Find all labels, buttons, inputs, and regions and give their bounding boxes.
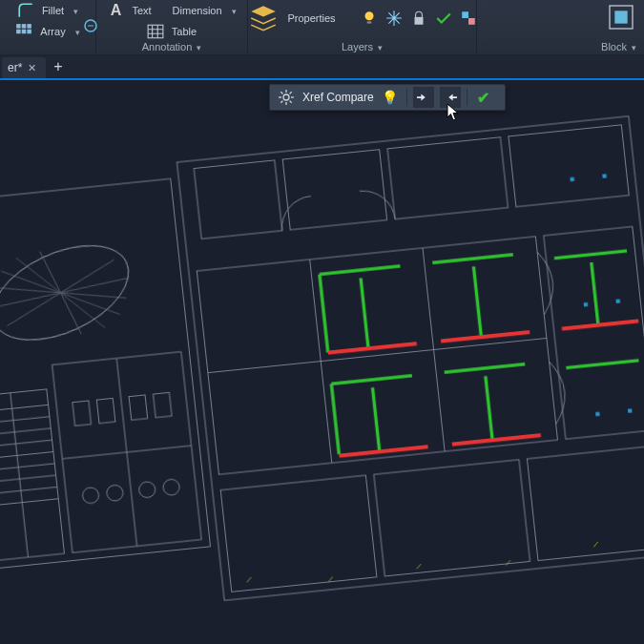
svg-rect-7: [148, 25, 163, 38]
svg-line-58: [319, 274, 327, 352]
fillet-button[interactable]: Fillet: [42, 5, 64, 16]
new-tab-button[interactable]: +: [46, 58, 70, 75]
panel-block: Block: [477, 0, 644, 54]
svg-line-19: [1, 260, 120, 325]
svg-rect-85: [595, 411, 600, 416]
previous-diff-button[interactable]: [413, 87, 434, 108]
layer-freeze-icon[interactable]: [385, 10, 403, 27]
svg-rect-53: [129, 394, 148, 419]
svg-rect-3: [16, 30, 21, 34]
layer-properties-button[interactable]: Properties: [287, 12, 335, 24]
svg-rect-11: [468, 18, 475, 25]
svg-point-49: [137, 481, 156, 498]
svg-rect-25: [282, 149, 386, 229]
svg-line-34: [0, 405, 48, 412]
layer-off-icon[interactable]: [361, 10, 378, 27]
svg-line-80: [592, 541, 598, 546]
svg-point-8: [364, 11, 373, 20]
lightbulb-icon[interactable]: 💡: [380, 87, 401, 108]
separator: [406, 89, 407, 106]
panel-layers: Properties Layers: [248, 0, 477, 54]
svg-rect-4: [22, 30, 27, 34]
xref-compare-toolbar: Xref Compare 💡 ✔: [269, 84, 506, 111]
svg-line-41: [0, 487, 56, 494]
block-panel-label[interactable]: Block: [601, 41, 636, 52]
match-layer-icon[interactable]: [460, 10, 477, 27]
tab-label: er*: [8, 61, 22, 74]
svg-line-23: [1, 260, 120, 325]
accept-button[interactable]: ✔: [473, 87, 494, 108]
document-tab[interactable]: er* ✕: [2, 57, 46, 78]
make-current-icon[interactable]: [435, 10, 452, 27]
svg-line-64: [432, 254, 513, 262]
svg-rect-9: [414, 17, 423, 25]
document-tab-strip: er* ✕ +: [0, 55, 644, 80]
svg-rect-57: [527, 446, 644, 560]
text-button[interactable]: Text: [132, 5, 151, 16]
svg-rect-2: [28, 24, 32, 29]
svg-rect-5: [28, 30, 32, 34]
layers-panel-label[interactable]: Layers: [342, 41, 383, 52]
svg-rect-44: [52, 351, 201, 552]
svg-rect-52: [96, 398, 115, 423]
svg-line-73: [441, 331, 530, 340]
svg-line-67: [485, 376, 491, 439]
dimension-dropdown[interactable]: [230, 5, 237, 16]
svg-line-45: [62, 446, 191, 459]
svg-rect-14: [0, 178, 210, 570]
close-tab-icon[interactable]: ✕: [28, 62, 36, 74]
svg-line-35: [0, 416, 49, 424]
svg-rect-33: [0, 388, 64, 560]
ribbon: Fillet Array A Text Dimension Table Anno…: [0, 0, 644, 55]
svg-line-75: [561, 321, 637, 328]
xref-compare-label: Xref Compare: [302, 91, 374, 104]
svg-line-42: [0, 498, 58, 506]
svg-rect-54: [153, 392, 172, 417]
drawing-canvas[interactable]: [0, 82, 644, 644]
svg-line-94: [280, 101, 282, 103]
svg-line-77: [327, 576, 333, 581]
floor-plan: [0, 82, 644, 644]
svg-rect-56: [373, 459, 530, 575]
svg-line-92: [280, 92, 282, 93]
svg-line-79: [505, 560, 510, 565]
annotation-panel-label[interactable]: Annotation: [142, 41, 202, 52]
table-button[interactable]: Table: [172, 26, 197, 37]
svg-rect-13: [614, 10, 627, 23]
fillet-dropdown[interactable]: [72, 5, 78, 16]
table-icon[interactable]: [147, 23, 164, 40]
svg-line-39: [0, 463, 54, 470]
svg-rect-27: [508, 124, 628, 206]
svg-rect-51: [72, 401, 91, 426]
layer-properties-icon[interactable]: [247, 2, 280, 34]
svg-rect-82: [602, 174, 607, 178]
insert-block-icon[interactable]: [606, 2, 636, 32]
svg-line-59: [319, 265, 400, 274]
fillet-icon[interactable]: [17, 2, 34, 19]
svg-line-70: [566, 360, 638, 367]
svg-rect-1: [22, 24, 27, 29]
stretch-icon[interactable]: [82, 17, 99, 34]
mouse-cursor: [447, 103, 460, 122]
svg-rect-86: [627, 408, 632, 413]
svg-rect-15: [177, 115, 644, 600]
svg-line-76: [246, 576, 252, 581]
svg-rect-84: [615, 299, 620, 303]
array-icon[interactable]: [15, 23, 32, 40]
svg-line-69: [591, 262, 597, 325]
svg-line-40: [0, 475, 55, 483]
svg-rect-81: [570, 177, 574, 181]
svg-line-38: [0, 451, 52, 459]
panel-modify: Fillet Array: [0, 0, 95, 54]
array-button[interactable]: Array: [40, 26, 65, 37]
settings-icon[interactable]: [276, 87, 297, 108]
svg-rect-26: [387, 136, 508, 218]
dimension-button[interactable]: Dimension: [173, 5, 222, 16]
layer-lock-icon[interactable]: [410, 10, 427, 27]
svg-point-50: [162, 478, 180, 495]
svg-line-93: [290, 101, 292, 103]
array-dropdown[interactable]: [73, 26, 80, 37]
svg-line-68: [553, 250, 626, 258]
text-icon[interactable]: A: [107, 2, 124, 19]
svg-line-95: [290, 92, 292, 93]
